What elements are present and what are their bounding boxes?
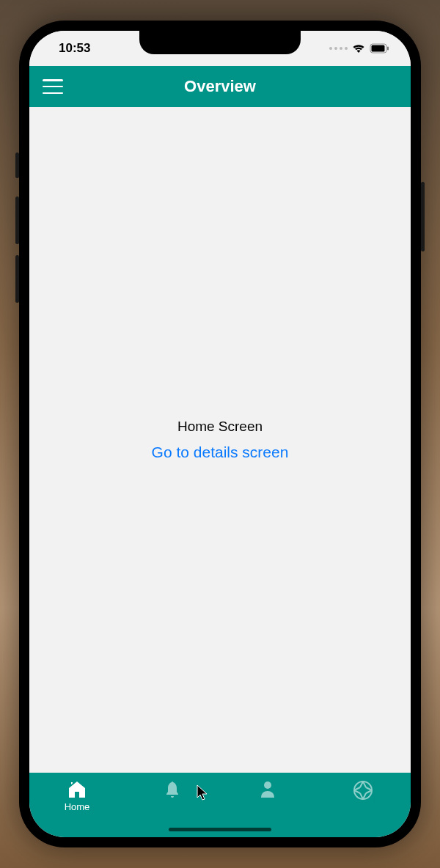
tab-profile[interactable] [220, 780, 315, 799]
screen-label: Home Screen [177, 419, 263, 435]
tab-home[interactable]: Home [29, 780, 125, 812]
aperture-icon [353, 780, 373, 801]
svg-rect-1 [372, 45, 385, 52]
device-notch [139, 31, 301, 54]
svg-point-4 [354, 781, 372, 799]
bell-icon [164, 780, 181, 799]
silence-switch [15, 152, 19, 178]
main-content: Home Screen Go to details screen [29, 107, 411, 773]
hamburger-icon [43, 79, 63, 81]
home-indicator[interactable] [169, 828, 271, 831]
status-time: 10:53 [59, 41, 90, 56]
wifi-icon [352, 43, 365, 54]
volume-down-button [15, 255, 19, 303]
menu-button[interactable] [43, 79, 63, 94]
person-icon [260, 780, 276, 799]
signal-strength-icon [329, 47, 348, 50]
tab-home-label: Home [65, 801, 90, 812]
power-button [421, 182, 425, 251]
svg-rect-2 [387, 47, 389, 51]
go-to-details-button[interactable]: Go to details screen [152, 444, 289, 461]
tab-explore[interactable] [315, 780, 411, 801]
home-icon [67, 780, 87, 799]
status-icons [329, 43, 390, 54]
page-title: Overview [184, 77, 256, 96]
phone-device-frame: 10:53 [19, 21, 421, 847]
volume-up-button [15, 196, 19, 244]
phone-screen: 10:53 [29, 31, 411, 837]
battery-icon [370, 43, 390, 54]
app-header: Overview [29, 66, 411, 107]
svg-point-3 [264, 781, 271, 789]
tab-notifications[interactable] [125, 780, 220, 799]
